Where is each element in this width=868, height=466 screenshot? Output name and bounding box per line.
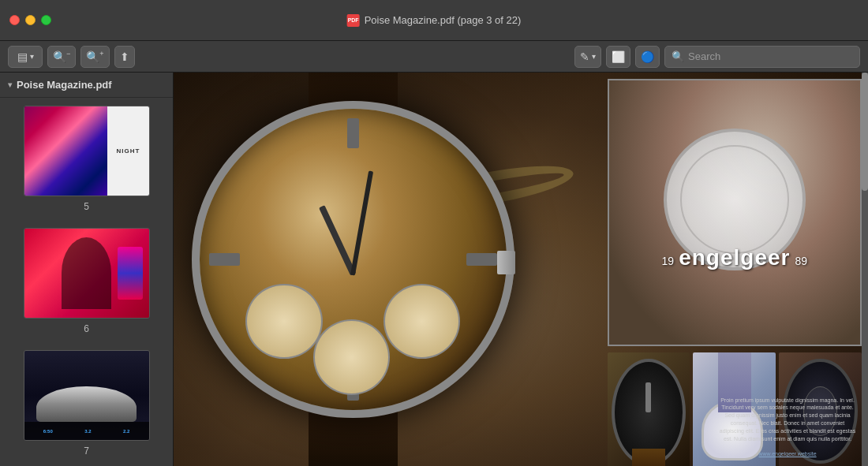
main-watch-container (174, 73, 563, 466)
pen-icon: ✎ (580, 50, 589, 63)
website-link: www.engelgeer.website (758, 451, 816, 457)
watch-case (192, 101, 514, 418)
zoom-in-icon: 🔍+ (86, 50, 103, 63)
zoom-out-icon: 🔍− (53, 50, 70, 63)
scrollbar-thumb[interactable] (862, 73, 868, 191)
traffic-lights (9, 15, 51, 25)
inset-inner-ring (680, 145, 789, 254)
share-icon: ⬆ (120, 50, 129, 63)
shape-icon: ⬜ (612, 50, 625, 63)
thumbnail-page-7[interactable]: 6:50 3.2 2.2 7 (0, 342, 173, 464)
share-button[interactable]: ⬆ (114, 46, 135, 68)
close-button[interactable] (9, 15, 20, 25)
chevron-down-icon: ▾ (30, 52, 34, 61)
hour-marker-12 (347, 118, 360, 148)
scrollbar[interactable] (862, 73, 868, 466)
sub-dial-bottom (313, 319, 390, 394)
bottom-thumb-1 (608, 352, 690, 466)
body-text: Proin pretium ipsum vulputate dignissim … (717, 397, 857, 443)
right-panel: 19 engelgeer 89 (604, 73, 868, 466)
maximize-button[interactable] (41, 15, 51, 25)
search-box[interactable]: 🔍 (664, 46, 860, 68)
brand-num-right: 89 (795, 255, 807, 267)
thumb5-night-text: NIGHT (116, 147, 140, 155)
thumbnail-image-5: NIGHT (24, 106, 150, 196)
sidebar: ▾ Poise Magazine.pdf NIGHT 5 (0, 73, 174, 466)
thumbnail-label-6: 6 (84, 323, 89, 334)
stat-val-3: 2.2 (123, 429, 129, 434)
pen-tool-button[interactable]: ✎ ▾ (574, 46, 601, 68)
sub-dial-right (383, 284, 460, 359)
sidebar-icon: ▤ (17, 50, 28, 63)
zoom-out-button[interactable]: 🔍− (47, 46, 76, 68)
bottom-text-area: Proin pretium ipsum vulputate dignissim … (709, 397, 865, 458)
pen-chevron-icon: ▾ (592, 52, 596, 61)
stat-val-2: 3.2 (84, 429, 91, 434)
sidebar-title: Poise Magazine.pdf (17, 79, 112, 91)
bt1-hand (645, 382, 651, 413)
sub-dial-left (245, 284, 322, 359)
title-text: Poise Magazine.pdf (page 3 of 22) (365, 14, 522, 26)
markup-button[interactable]: 🔵 (635, 46, 660, 68)
thumbnail-image-7: 6:50 3.2 2.2 (24, 350, 150, 441)
thumbnail-page-6[interactable]: 6 (0, 220, 173, 342)
sidebar-header: ▾ Poise Magazine.pdf (0, 73, 173, 98)
hour-hand (319, 205, 356, 276)
thumbnail-label-7: 7 (84, 445, 89, 457)
search-icon: 🔍 (672, 50, 684, 62)
hour-marker-9 (209, 253, 240, 265)
bt1-strap (632, 449, 665, 466)
pdf-page: 19 engelgeer 89 (174, 73, 868, 466)
hour-marker-3 (466, 253, 497, 265)
stat-val-1: 6:50 (43, 429, 53, 434)
markup-icon: 🔵 (641, 50, 654, 63)
thumbnail-label-5: 5 (84, 201, 89, 212)
sidebar-chevron-icon: ▾ (8, 80, 12, 89)
brand-num-left: 19 (662, 255, 675, 267)
brand-overlay: 19 engelgeer 89 (609, 245, 860, 270)
search-input[interactable] (688, 50, 853, 62)
content-area: 19 engelgeer 89 (174, 73, 868, 466)
window-title: PDF Poise Magazine.pdf (page 3 of 22) (347, 14, 522, 27)
minute-hand (350, 170, 373, 275)
shape-tool-button[interactable]: ⬜ (606, 46, 630, 68)
thumbnail-image-6 (24, 228, 150, 319)
brand-name: engelgeer (679, 245, 790, 270)
minimize-button[interactable] (25, 15, 36, 25)
zoom-in-button[interactable]: 🔍+ (80, 46, 109, 68)
title-bar: PDF Poise Magazine.pdf (page 3 of 22) (0, 0, 868, 41)
main-area: ▾ Poise Magazine.pdf NIGHT 5 (0, 73, 868, 466)
pdf-icon: PDF (347, 14, 360, 27)
watch-crown (497, 251, 515, 275)
watch-inset: 19 engelgeer 89 (608, 79, 862, 346)
toolbar: ▤ ▾ 🔍− 🔍+ ⬆ ✎ ▾ ⬜ 🔵 🔍 (0, 41, 868, 73)
sidebar-toggle-button[interactable]: ▤ ▾ (8, 46, 43, 68)
thumbnail-page-5[interactable]: NIGHT 5 (0, 98, 173, 220)
